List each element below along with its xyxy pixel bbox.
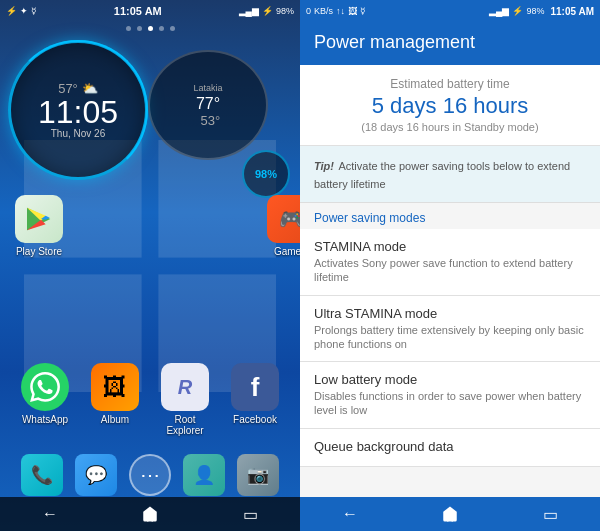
left-panel: ⚡ ✦ ☿ 11:05 AM ▂▄▆ ⚡ 98% 57° ⛅ 11:05 Thu… xyxy=(0,0,300,531)
clock-time: 11:05 xyxy=(38,96,118,128)
signal-bars-right: ▂▄▆ xyxy=(489,6,509,16)
page-dots xyxy=(0,26,300,31)
ultra-stamina-title: Ultra STAMINA mode xyxy=(314,306,586,321)
recents-button-left[interactable]: ▭ xyxy=(230,497,270,531)
ultra-stamina-desc: Prolongs battery time extensively by kee… xyxy=(314,323,586,352)
whatsapp-icon xyxy=(21,363,69,411)
home-button-right[interactable] xyxy=(425,497,475,531)
battery-estimate-section: Estimated battery time 5 days 16 hours (… xyxy=(300,65,600,146)
facebook-label: Facebook xyxy=(233,414,277,425)
tip-section: Tip! Activate the power saving tools bel… xyxy=(300,146,600,203)
estimated-label: Estimated battery time xyxy=(314,77,586,91)
rootexplorer-icon: R xyxy=(161,363,209,411)
clock-temp: 57° ⛅ xyxy=(58,81,98,96)
dot-2 xyxy=(137,26,142,31)
battery-icon-left: ⚡ xyxy=(262,6,273,16)
nav-bar-left: ← ▭ xyxy=(0,497,300,531)
album-label: Album xyxy=(101,414,129,425)
playstore-label: Play Store xyxy=(16,246,62,257)
battery-icon-right: ⚡ xyxy=(512,6,523,16)
stamina-title: STAMINA mode xyxy=(314,239,586,254)
back-button-right[interactable]: ← xyxy=(325,497,375,531)
low-battery-mode-item[interactable]: Low battery mode Disables functions in o… xyxy=(300,362,600,429)
dock-camera[interactable]: 📷 xyxy=(237,454,279,496)
battery-pct-right: 98% xyxy=(526,6,544,16)
right-content[interactable]: Estimated battery time 5 days 16 hours (… xyxy=(300,65,600,497)
back-button-left[interactable]: ← xyxy=(30,497,70,531)
signal-bars-left: ▂▄▆ xyxy=(239,6,259,16)
low-battery-title: Low battery mode xyxy=(314,372,586,387)
left-status-icons: ⚡ ✦ ☿ xyxy=(6,6,37,16)
time-right: 11:05 AM xyxy=(550,6,594,17)
apps-row: WhatsApp 🖼 Album R Root Explorer f Faceb… xyxy=(0,363,300,436)
weather-widget: Latakia 77° 53° xyxy=(148,50,268,160)
weather-city: Latakia xyxy=(193,83,222,93)
screenshot-icon: 🖼 xyxy=(348,6,357,16)
usb-icon: ⚡ xyxy=(6,6,17,16)
recents-button-right[interactable]: ▭ xyxy=(525,497,575,531)
sync-icon: ✦ xyxy=(20,6,28,16)
page-title: Power management xyxy=(314,32,586,53)
album-icon: 🖼 xyxy=(91,363,139,411)
upload-icon: ↑↓ xyxy=(336,6,345,16)
left-status-right: ▂▄▆ ⚡ 98% xyxy=(239,6,294,16)
home-button-left[interactable] xyxy=(130,497,170,531)
section-header-text: Power saving modes xyxy=(314,211,586,225)
battery-time: 5 days 16 hours xyxy=(314,93,586,119)
games-icon: 🎮 xyxy=(267,195,300,243)
standby-text: (18 days 16 hours in Standby mode) xyxy=(314,121,586,133)
right-status-right: ▂▄▆ ⚡ 98% 11:05 AM xyxy=(489,6,594,17)
tip-text: Activate the power saving tools below to… xyxy=(314,160,570,190)
weather-low: 53° xyxy=(200,113,220,128)
stamina-desc: Activates Sony power save function to ex… xyxy=(314,256,586,285)
app-facebook[interactable]: f Facebook xyxy=(226,363,284,436)
top-app-row: Play Store 🎮 Game's xyxy=(0,195,300,257)
section-header: Power saving modes xyxy=(300,203,600,229)
low-battery-desc: Disables functions in order to save powe… xyxy=(314,389,586,418)
dot-5 xyxy=(170,26,175,31)
app-album[interactable]: 🖼 Album xyxy=(86,363,144,436)
playstore-icon xyxy=(15,195,63,243)
status-bar-left: ⚡ ✦ ☿ 11:05 AM ▂▄▆ ⚡ 98% xyxy=(0,0,300,22)
clock-widget: 57° ⛅ 11:05 Thu, Nov 26 xyxy=(8,40,153,185)
app-icon-playstore[interactable]: Play Store xyxy=(10,195,68,257)
temp-value: 57° xyxy=(58,81,78,96)
facebook-icon: f xyxy=(231,363,279,411)
dock: 📞 💬 ⋯ 👤 📷 xyxy=(0,454,300,496)
clock-date: Thu, Nov 26 xyxy=(51,128,105,139)
tip-label: Tip! xyxy=(314,160,334,172)
right-title-bar: Power management xyxy=(300,22,600,65)
data-speed-icon: 0 xyxy=(306,6,311,16)
alarm-icon: ☿ xyxy=(31,6,37,16)
right-panel: 0 KB/s ↑↓ 🖼 ☿ ▂▄▆ ⚡ 98% 11:05 AM Power m… xyxy=(300,0,600,531)
whatsapp-label: WhatsApp xyxy=(22,414,68,425)
dot-3 xyxy=(148,26,153,31)
dock-messages[interactable]: 💬 xyxy=(75,454,117,496)
dot-4 xyxy=(159,26,164,31)
battery-pct-left: 98% xyxy=(276,6,294,16)
battery-widget: 98% xyxy=(242,150,290,198)
games-label: Game's xyxy=(274,246,300,257)
weather-high: 77° xyxy=(196,95,220,113)
kb-label: KB/s xyxy=(314,6,333,16)
dock-contacts[interactable]: 👤 xyxy=(183,454,225,496)
ultra-stamina-mode-item[interactable]: Ultra STAMINA mode Prolongs battery time… xyxy=(300,296,600,363)
weather-icon: ⛅ xyxy=(82,81,98,96)
status-time-left: 11:05 AM xyxy=(114,5,162,17)
nav-bar-right: ← ▭ xyxy=(300,497,600,531)
right-status-left: 0 KB/s ↑↓ 🖼 ☿ xyxy=(306,6,366,16)
dot-1 xyxy=(126,26,131,31)
app-rootexplorer[interactable]: R Root Explorer xyxy=(156,363,214,436)
battery-pct-widget: 98% xyxy=(255,168,277,180)
dock-app-drawer[interactable]: ⋯ xyxy=(129,454,171,496)
app-whatsapp[interactable]: WhatsApp xyxy=(16,363,74,436)
weather-temps: 77° 53° xyxy=(196,95,220,128)
queue-bg-title: Queue background data xyxy=(314,439,586,454)
dock-phone[interactable]: 📞 xyxy=(21,454,63,496)
rootexplorer-label: Root Explorer xyxy=(156,414,214,436)
queue-bg-data-item[interactable]: Queue background data xyxy=(300,429,600,467)
app-icon-games[interactable]: 🎮 Game's xyxy=(262,195,300,257)
status-bar-right: 0 KB/s ↑↓ 🖼 ☿ ▂▄▆ ⚡ 98% 11:05 AM xyxy=(300,0,600,22)
stamina-mode-item[interactable]: STAMINA mode Activates Sony power save f… xyxy=(300,229,600,296)
alarm-icon-right: ☿ xyxy=(360,6,366,16)
